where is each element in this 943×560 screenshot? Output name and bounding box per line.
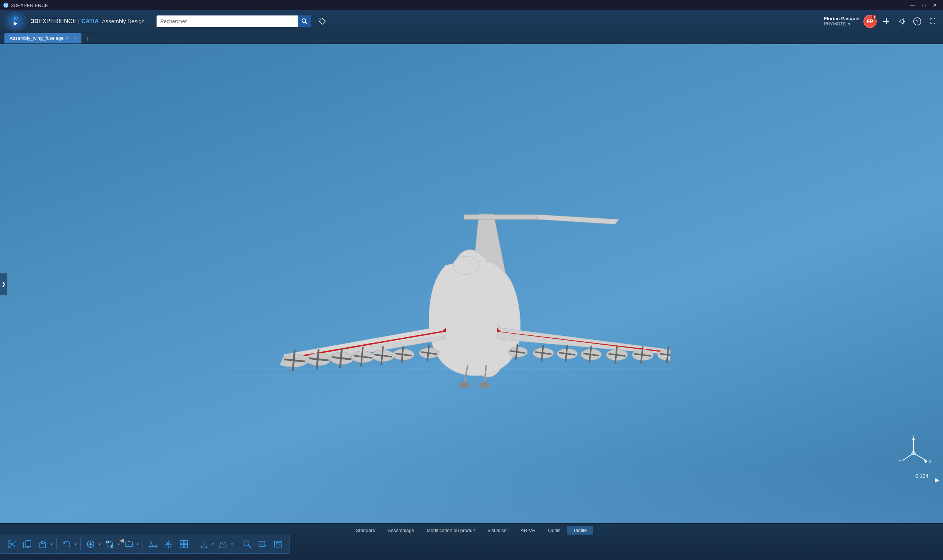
transform-icon xyxy=(85,539,96,549)
tab-modification-produit[interactable]: Modification du produit xyxy=(421,526,481,535)
svg-text:3: 3 xyxy=(224,542,226,545)
toolbar-separator-3 xyxy=(143,538,143,551)
svg-point-22 xyxy=(459,382,470,388)
paste-tool-group: ▼ xyxy=(36,537,53,551)
tab-bar: Assembly_wing_fuselage ✏ ✕ + xyxy=(0,32,943,44)
scissors-tool-group xyxy=(5,537,19,551)
app-name-3d: 3D xyxy=(31,18,38,24)
titlebar-controls: — □ ✕ xyxy=(908,1,940,9)
tab-visualiser[interactable]: Visualiser xyxy=(481,526,514,535)
svg-marker-94 xyxy=(128,540,130,542)
header: 3D ▶ 3DEXPERIENCE | CATIA Assembly Desig… xyxy=(0,10,943,32)
annotation-button[interactable] xyxy=(256,537,270,551)
numbering-button[interactable]: 1 2 3 xyxy=(216,537,230,551)
maximize-button[interactable]: □ xyxy=(919,1,929,9)
svg-marker-117 xyxy=(203,540,205,542)
app-name: 3DEXPERIENCE | CATIA Assembly Design xyxy=(31,18,145,25)
svg-text:1: 1 xyxy=(220,542,221,545)
axis-tool-group: ▼ xyxy=(197,537,215,551)
svg-point-23 xyxy=(479,382,490,388)
numbering-dropdown-arrow[interactable]: ▼ xyxy=(230,537,234,551)
svg-line-79 xyxy=(11,543,15,547)
app-name-experience: EXPERIENCE xyxy=(38,18,76,24)
constraints-icon xyxy=(179,539,189,549)
minimize-button[interactable]: — xyxy=(908,1,918,9)
paste-dropdown-arrow[interactable]: ▼ xyxy=(50,537,53,551)
undo-icon xyxy=(62,539,72,549)
constraints-tool-group xyxy=(177,537,191,551)
app-icon: 3D xyxy=(3,2,9,8)
explode-icon xyxy=(163,539,174,549)
toolbar-tab-bar: Standard Assemblage Modification du prod… xyxy=(350,526,593,535)
undo-dropdown-arrow[interactable]: ▼ xyxy=(74,537,77,551)
search-button[interactable] xyxy=(298,15,311,27)
constraints-button[interactable] xyxy=(177,537,191,551)
section-button[interactable] xyxy=(122,537,136,551)
tab-tactile[interactable]: Tactile xyxy=(567,526,593,535)
tab-icon: ✏ xyxy=(66,36,69,40)
xyz-compass: Z X+ Y xyxy=(895,435,932,472)
search-tool-button[interactable] xyxy=(240,537,254,551)
svg-text:3D: 3D xyxy=(4,4,8,8)
scene-button[interactable] xyxy=(271,537,285,551)
viewport-3d[interactable]: ❯ xyxy=(0,44,943,523)
copy-button[interactable] xyxy=(20,537,34,551)
measure-icon xyxy=(148,539,158,549)
sidebar-expand-button[interactable]: ❯ xyxy=(0,273,8,295)
search-tool-icon xyxy=(242,539,252,549)
scissors-button[interactable] xyxy=(5,537,19,551)
paste-icon xyxy=(38,539,48,549)
toolbar-button-group: ▼ ▼ xyxy=(0,535,290,554)
svg-line-70 xyxy=(914,453,926,461)
add-tab-button[interactable]: + xyxy=(83,35,92,43)
add-button[interactable] xyxy=(880,15,892,27)
paste-button[interactable] xyxy=(36,537,50,551)
snap-icon xyxy=(105,539,115,549)
close-button[interactable]: ✕ xyxy=(930,1,940,9)
svg-rect-81 xyxy=(26,540,31,546)
fullscreen-button[interactable]: ⛶ xyxy=(927,15,938,27)
workspace-name: RHYMOTE xyxy=(824,22,846,26)
svg-text:2: 2 xyxy=(222,542,223,545)
svg-rect-123 xyxy=(220,545,226,548)
svg-rect-112 xyxy=(180,545,183,548)
svg-point-77 xyxy=(8,540,11,543)
tab-assembly-wing[interactable]: Assembly_wing_fuselage ✏ ✕ xyxy=(5,33,82,43)
tab-ar-vr[interactable]: AR-VR xyxy=(515,526,541,535)
axis-button[interactable] xyxy=(197,537,211,551)
window-title: 3DEXPERIENCE xyxy=(11,3,48,8)
search-input[interactable] xyxy=(157,18,298,24)
tag-button[interactable] xyxy=(316,15,329,28)
tab-outils[interactable]: Outils xyxy=(542,526,566,535)
app-module: Assembly Design xyxy=(102,18,145,24)
snap-button[interactable] xyxy=(103,537,117,551)
undo-button[interactable] xyxy=(60,537,74,551)
app-logo: 3D ▶ xyxy=(5,12,26,31)
scene-icon xyxy=(273,539,283,549)
help-button[interactable]: ? xyxy=(911,15,923,27)
viewport-expand-arrow[interactable]: ▶ xyxy=(935,477,939,483)
explode-button[interactable] xyxy=(161,537,175,551)
scene-tool-group xyxy=(271,537,285,551)
svg-point-124 xyxy=(244,541,249,546)
tab-assemblage[interactable]: Assemblage xyxy=(382,526,420,535)
svg-marker-118 xyxy=(206,546,208,548)
svg-text:Y: Y xyxy=(899,460,901,463)
transform-button[interactable] xyxy=(84,537,98,551)
tab-standard[interactable]: Standard xyxy=(350,526,381,535)
sidebar-expand-icon: ❯ xyxy=(2,281,6,287)
svg-rect-111 xyxy=(184,540,188,544)
axis-dropdown-arrow[interactable]: ▼ xyxy=(211,537,215,551)
transform-dropdown-arrow[interactable]: ▼ xyxy=(98,537,101,551)
svg-point-76 xyxy=(8,545,11,548)
help-icon: ? xyxy=(913,17,921,25)
section-dropdown-arrow[interactable]: ▼ xyxy=(136,537,140,551)
measure-button[interactable] xyxy=(146,537,160,551)
share-button[interactable] xyxy=(896,15,908,27)
svg-point-75 xyxy=(912,451,915,455)
user-info: Florian Pasquet RHYMOTE ▼ xyxy=(824,16,860,26)
svg-line-108 xyxy=(170,542,171,543)
tab-close-icon[interactable]: ✕ xyxy=(73,36,76,40)
numbering-tool-group: 1 2 3 ▼ xyxy=(216,537,234,551)
svg-rect-126 xyxy=(259,541,265,546)
